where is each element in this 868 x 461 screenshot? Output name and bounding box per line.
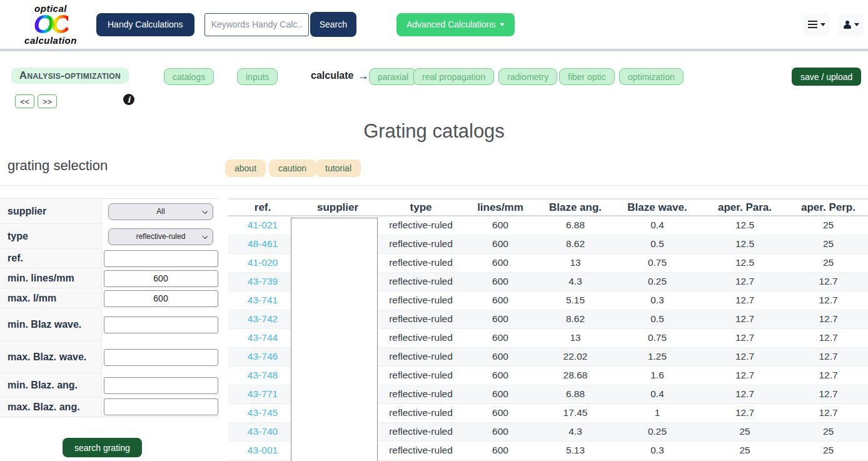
table-cell: 4.3 <box>537 422 613 441</box>
supplier-select[interactable]: All <box>108 203 213 220</box>
table-cell: 12.5 <box>701 235 789 253</box>
grating-selection-form: supplier All type reflective-ruled ref. … <box>0 198 220 417</box>
ref-cell: 41-020 <box>228 253 297 272</box>
supplier-label: supplier <box>0 199 102 223</box>
table-cell: 28.68 <box>537 366 613 385</box>
prev-page-button[interactable]: << <box>15 94 34 108</box>
advanced-calculations-button[interactable]: Advanced Calculations <box>396 13 515 36</box>
caution-button[interactable]: caution <box>269 160 316 177</box>
table-cell: 0.3 <box>613 291 701 310</box>
table-cell: 8.62 <box>537 310 613 328</box>
table-cell: 6.88 <box>537 385 613 403</box>
fiber-optic-tab[interactable]: fiber optic <box>559 68 615 85</box>
table-cell: 25 <box>701 422 789 441</box>
table-cell: 22.02 <box>537 347 613 366</box>
table-cell: 12.7 <box>789 366 868 385</box>
about-button[interactable]: about <box>225 160 266 177</box>
table-cell: 25 <box>789 235 868 253</box>
catalogs-tab[interactable]: catalogs <box>164 68 214 85</box>
table-cell: reflective-ruled <box>378 291 463 310</box>
table-cell: 600 <box>463 347 537 366</box>
table-cell: 8.62 <box>537 235 613 253</box>
grating-ref-link[interactable]: 43-739 <box>248 276 278 286</box>
col-aper-perp: aper. Perp. <box>789 199 868 216</box>
optimization-tab[interactable]: optimization <box>619 68 684 85</box>
ref-cell: 43-001 <box>228 441 297 460</box>
info-icon[interactable]: i <box>123 94 134 105</box>
table-cell: 600 <box>463 216 537 235</box>
chevron-down-icon <box>854 23 859 26</box>
min-lines-input[interactable] <box>104 270 218 287</box>
grating-ref-link[interactable]: 48-461 <box>248 238 278 249</box>
min-blaze-wave-input[interactable] <box>104 317 218 333</box>
ref-cell: 43-771 <box>228 385 297 403</box>
grating-ref-link[interactable]: 43-745 <box>248 407 278 418</box>
table-cell: 25 <box>789 216 868 235</box>
table-cell: 0.5 <box>613 235 701 253</box>
table-cell: 25 <box>701 441 789 460</box>
table-cell: 25 <box>789 441 868 460</box>
table-cell: 12.7 <box>789 310 868 328</box>
table-cell: 4.3 <box>537 272 613 291</box>
table-cell: reflective-ruled <box>378 366 463 385</box>
search-button[interactable]: Search <box>310 12 356 37</box>
page-title: Grating catalogs <box>0 120 868 143</box>
table-cell: 600 <box>463 366 537 385</box>
grating-ref-link[interactable]: 43-742 <box>248 313 278 324</box>
section-title: grating selection <box>8 158 108 174</box>
table-cell: reflective-ruled <box>378 422 463 441</box>
grating-ref-link[interactable]: 43-740 <box>248 426 278 437</box>
ref-cell: 43-745 <box>228 403 297 422</box>
search-grating-button[interactable]: search grating <box>63 438 142 457</box>
keywords-search-input[interactable] <box>204 13 309 36</box>
ref-cell: 43-742 <box>228 310 297 328</box>
table-cell: 0.3 <box>613 441 701 460</box>
min-blaze-wave-label: min. Blaz wave. <box>0 308 102 340</box>
grating-ref-link[interactable]: 41-021 <box>248 220 278 230</box>
radiometry-tab[interactable]: radiometry <box>498 68 557 85</box>
grating-ref-link[interactable]: 43-771 <box>248 388 278 399</box>
table-cell: 600 <box>463 441 537 460</box>
next-page-button[interactable]: >> <box>38 94 57 108</box>
min-blaze-ang-input[interactable] <box>104 377 218 394</box>
paraxial-tab[interactable]: paraxial <box>369 68 417 85</box>
max-blaze-ang-label: max. Blaz. ang. <box>0 397 102 417</box>
table-cell: 6.88 <box>537 216 613 235</box>
ref-cell: 43-744 <box>228 328 297 347</box>
table-cell: 600 <box>463 291 537 310</box>
app-logo[interactable]: optical OC calculation <box>14 4 88 45</box>
grating-ref-link[interactable]: 43-744 <box>248 332 278 343</box>
tutorial-button[interactable]: tutorial <box>316 160 361 177</box>
inputs-tab[interactable]: inputs <box>237 68 278 85</box>
ref-label: ref. <box>0 249 102 268</box>
max-blaze-ang-input[interactable] <box>104 398 218 415</box>
handy-calculations-button[interactable]: Handy Calculations <box>96 13 194 36</box>
grating-ref-link[interactable]: 43-746 <box>248 351 278 362</box>
table-cell: 0.5 <box>613 310 701 328</box>
save-upload-button[interactable]: save / upload <box>792 68 861 86</box>
table-cell: 0.25 <box>613 272 701 291</box>
col-supplier: supplier <box>297 199 378 216</box>
grating-ref-link[interactable]: 41-020 <box>248 257 278 268</box>
menu-dropdown-button[interactable] <box>804 14 830 36</box>
table-cell: 13 <box>537 328 613 347</box>
mode-badge: Analysis-optimization <box>11 68 129 84</box>
ref-cell: 43-748 <box>228 366 297 385</box>
grating-ref-link[interactable]: 43-001 <box>248 445 278 455</box>
table-cell: 12.7 <box>701 328 789 347</box>
type-select[interactable]: reflective-ruled <box>108 228 213 245</box>
max-blaze-wave-input[interactable] <box>104 349 218 366</box>
grating-ref-link[interactable]: 43-748 <box>248 370 278 380</box>
col-blaze-wave: Blaze wave. <box>613 199 701 216</box>
table-cell: reflective-ruled <box>378 385 463 403</box>
real-propagation-tab[interactable]: real propagation <box>413 68 494 85</box>
max-lines-input[interactable] <box>104 290 218 307</box>
table-cell: 12.7 <box>789 328 868 347</box>
right-arrow-icon: → <box>357 70 368 81</box>
ref-input[interactable] <box>104 250 218 267</box>
table-cell: 17.45 <box>537 403 613 422</box>
grating-ref-link[interactable]: 43-741 <box>248 295 278 305</box>
user-dropdown-button[interactable] <box>838 14 864 36</box>
table-header-row: ref. supplier type lines/mm Blaze ang. B… <box>228 199 868 216</box>
header-divider <box>0 49 868 51</box>
